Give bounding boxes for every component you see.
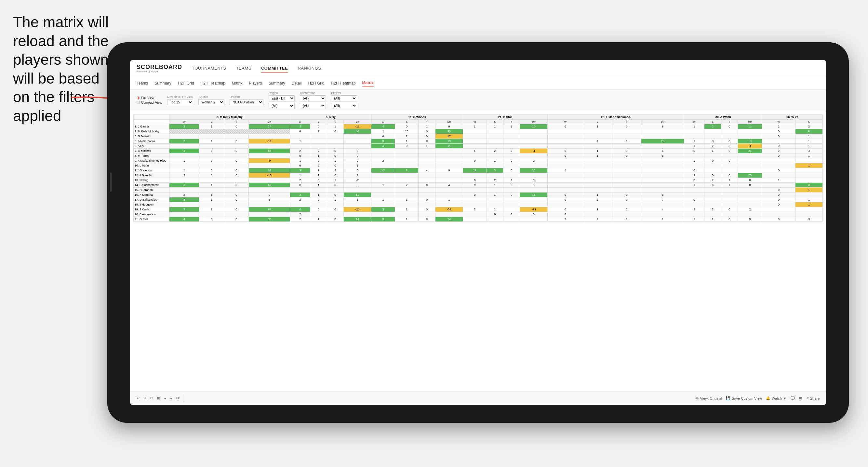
players-select[interactable]: (All) <box>331 95 357 101</box>
full-view-radio[interactable] <box>136 96 140 99</box>
undo-btn[interactable]: ↩ <box>136 396 140 400</box>
comment-btn[interactable]: 💬 <box>790 396 795 400</box>
matrix-cell: 0 <box>612 207 641 212</box>
matrix-cell: 1 <box>343 197 371 202</box>
matrix-cell <box>343 212 371 217</box>
matrix-cell: 1 <box>684 124 705 129</box>
matrix-cell: 11 <box>738 124 762 129</box>
matrix-cell: 6 <box>641 124 684 129</box>
matrix-cell: 0 <box>721 139 738 144</box>
matrix-cell: 0 <box>738 178 762 183</box>
matrix-cell <box>520 197 548 202</box>
matrix-cell: 2 <box>684 173 705 178</box>
matrix-cell <box>641 202 684 207</box>
matrix-cell: 10 <box>520 124 548 129</box>
matrix-cell <box>503 154 520 158</box>
matrix-cell: 2 <box>487 178 503 183</box>
matrix-cell <box>548 129 583 134</box>
redo-btn[interactable]: ↪ <box>144 396 146 400</box>
watch-btn[interactable]: 🔔 Watch ▼ <box>766 396 787 400</box>
matrix-cell: 2 <box>583 217 612 222</box>
sub-nav-h2h-heatmap2[interactable]: H2H Heatmap <box>331 80 355 87</box>
matrix-cell: 1 <box>583 192 612 197</box>
matrix-cell <box>612 134 641 139</box>
ht3: T <box>418 120 435 124</box>
save-custom-btn[interactable]: 💾 Save Custom View <box>726 396 762 400</box>
view-original-btn[interactable]: 👁 View: Original <box>695 397 722 400</box>
matrix-cell: 0 <box>762 168 796 173</box>
nav-teams[interactable]: TEAMS <box>236 64 251 72</box>
nav-committee[interactable]: COMMITTEE <box>261 64 288 72</box>
matrix-cell: 1 <box>721 183 738 188</box>
sub-nav-detail[interactable]: Detail <box>292 80 302 87</box>
table-row: 2. M Kelly Mulcahy0704011005006 <box>134 129 823 134</box>
matrix-cell <box>290 134 310 139</box>
matrix-cell <box>795 158 823 163</box>
header-player-1: 2. M Kelly Mulcahy <box>169 115 290 120</box>
matrix-cell <box>705 212 721 217</box>
sub-nav-players[interactable]: Players <box>249 80 262 87</box>
share-btn[interactable]: ↗ Share <box>806 396 819 400</box>
matrix-cell: 1 <box>327 158 343 163</box>
matrix-cell: 0 <box>310 197 327 202</box>
gender-select[interactable]: Women's <box>198 99 224 105</box>
settings-btn[interactable]: ⚙ <box>176 396 179 400</box>
sub-nav-matrix[interactable]: Matrix <box>232 80 243 87</box>
gender-filter: Gender Women's <box>198 95 224 105</box>
nav-rankings[interactable]: RANKINGS <box>298 64 321 72</box>
matrix-cell <box>684 202 705 207</box>
region-filter: Region East - DII (All) <box>269 91 294 109</box>
matrix-cell <box>249 134 290 139</box>
zoom-fit-btn[interactable]: ⊞ <box>157 396 160 400</box>
matrix-cell: 1 <box>310 183 327 188</box>
matrix-cell <box>327 134 343 139</box>
matrix-cell <box>371 149 395 154</box>
matrix-cell <box>435 178 463 183</box>
region-all-select[interactable]: (All) <box>269 103 294 109</box>
matrix-cell <box>463 139 487 144</box>
matrix-cell <box>721 168 738 173</box>
matrix-cell <box>583 163 612 168</box>
matrix-cell: 3 <box>169 197 199 202</box>
matrix-cell <box>583 183 612 188</box>
zoom-in-btn[interactable]: + <box>170 397 172 400</box>
matrix-cell <box>548 158 583 163</box>
matrix-cell <box>612 202 641 207</box>
division-select[interactable]: NCAA Division II <box>229 99 264 105</box>
matrix-cell <box>612 163 641 168</box>
matrix-cell <box>548 178 583 183</box>
matrix-cell <box>721 202 738 207</box>
matrix-cell <box>435 158 463 163</box>
conference-select[interactable]: (All) <box>300 95 326 101</box>
full-view-option[interactable]: Full View <box>136 96 162 100</box>
compact-view-radio[interactable] <box>136 101 140 104</box>
sub-nav-teams[interactable]: Teams <box>136 80 148 87</box>
refresh-btn[interactable]: ⟳ <box>150 396 153 400</box>
table-row: 21. O Stoll4003321014310142211110903 <box>134 217 823 222</box>
matrix-cell <box>343 188 371 192</box>
region-select[interactable]: East - DII <box>269 95 294 101</box>
matrix-cell: 1 <box>310 217 327 222</box>
zoom-out-btn[interactable]: − <box>164 397 166 400</box>
sub-nav-h2h-grid[interactable]: H2H Grid <box>178 80 194 87</box>
players-all-select[interactable]: (All) <box>331 103 357 109</box>
compact-view-option[interactable]: Compact View <box>136 101 162 104</box>
matrix-cell: 33 <box>249 217 290 222</box>
nav-tournaments[interactable]: TOURNAMENTS <box>192 64 226 72</box>
matrix-cell <box>520 129 548 134</box>
sub-nav-h2h-grid2[interactable]: H2H Grid <box>308 80 324 87</box>
grid-btn[interactable]: ⊞ <box>799 396 802 400</box>
sub-nav-matrix2[interactable]: Matrix <box>362 80 374 87</box>
hd6: Dif <box>738 120 762 124</box>
matrix-cell <box>705 202 721 207</box>
sub-nav-summary2[interactable]: Summary <box>268 80 285 87</box>
sub-nav-summary[interactable]: Summary <box>154 80 171 87</box>
matrix-cell <box>738 134 762 139</box>
matrix-cell: 0 <box>224 124 249 129</box>
sub-nav-h2h-heatmap[interactable]: H2H Heatmap <box>201 80 225 87</box>
matrix-cell: 1 <box>684 144 705 149</box>
max-players-select[interactable]: Top 25 <box>167 99 193 105</box>
matrix-cell <box>310 134 327 139</box>
matrix-cell: 19 <box>249 207 290 212</box>
conference-all-select[interactable]: (All) <box>300 103 326 109</box>
